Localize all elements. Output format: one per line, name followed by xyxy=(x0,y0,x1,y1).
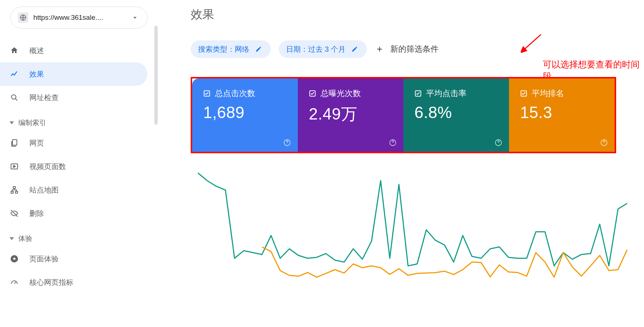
section-label: 体验 xyxy=(18,234,32,243)
video-icon xyxy=(10,162,19,171)
chip-label: 日期：过去 3 个月 xyxy=(286,44,345,54)
nav-pages[interactable]: 网页 xyxy=(0,131,147,155)
nav-label: 站点地图 xyxy=(29,185,59,195)
section-label: 编制索引 xyxy=(18,118,46,128)
home-icon xyxy=(10,46,19,55)
metric-impressions[interactable]: 总曝光次数 2.49万 xyxy=(298,78,403,152)
metric-value: 1,689 xyxy=(203,103,287,122)
help-icon[interactable] xyxy=(389,139,397,147)
page-icon xyxy=(10,138,19,148)
metric-clicks[interactable]: 总点击次数 1,689 xyxy=(192,78,298,152)
site-url: https://www.361sale.... xyxy=(33,14,125,22)
add-filter-label: 新的筛选条件 xyxy=(390,44,439,55)
nav-performance[interactable]: 效果 xyxy=(0,62,147,86)
chevron-down-icon xyxy=(10,237,14,240)
nav-label: 网址检查 xyxy=(29,93,59,103)
main-content: 效果 搜索类型：网络 日期：过去 3 个月 新的筛选条件 xyxy=(158,0,644,327)
checkbox-icon xyxy=(203,90,211,97)
metric-value: 2.49万 xyxy=(309,103,392,125)
page-title: 效果 xyxy=(191,7,644,23)
nav-label: 效果 xyxy=(29,69,44,79)
svg-rect-4 xyxy=(13,187,15,188)
nav-sitemaps[interactable]: 站点地图 xyxy=(0,178,147,202)
nav-url-inspect[interactable]: 网址检查 xyxy=(0,86,147,109)
chip-label: 搜索类型：网络 xyxy=(198,44,249,54)
sitemap-icon xyxy=(10,185,19,195)
nav-label: 概述 xyxy=(29,46,44,56)
chevron-down-icon xyxy=(130,13,140,22)
metrics-highlight-box: 总点击次数 1,689 总曝光次数 2.49万 平均点击率 6.8% 平均排名 … xyxy=(191,77,616,153)
help-icon[interactable] xyxy=(600,139,608,147)
pencil-icon xyxy=(254,44,263,54)
site-selector[interactable]: https://www.361sale.... xyxy=(10,7,147,29)
globe-icon xyxy=(18,12,28,23)
metric-value: 6.8% xyxy=(414,103,498,122)
nav-label: 视频页面数 xyxy=(29,162,66,172)
metrics-row: 总点击次数 1,689 总曝光次数 2.49万 平均点击率 6.8% 平均排名 … xyxy=(192,78,615,152)
star-circle-icon xyxy=(10,254,19,264)
pencil-icon xyxy=(350,44,359,54)
help-icon[interactable] xyxy=(283,139,291,147)
scrollbar[interactable] xyxy=(154,26,158,125)
nav: 概述 效果 网址检查 编制索引 xyxy=(0,39,158,294)
chevron-down-icon xyxy=(10,121,14,124)
metric-ctr[interactable]: 平均点击率 6.8% xyxy=(403,78,509,152)
checkbox-icon xyxy=(520,90,527,97)
metric-label: 总点击次数 xyxy=(215,88,255,99)
nav-video[interactable]: 视频页面数 xyxy=(0,155,147,178)
nav-label: 网页 xyxy=(29,138,44,148)
plus-icon xyxy=(375,44,384,54)
nav-overview[interactable]: 概述 xyxy=(0,39,147,62)
help-icon[interactable] xyxy=(494,139,502,147)
filter-bar: 搜索类型：网络 日期：过去 3 个月 新的筛选条件 xyxy=(191,40,644,58)
nav-removals[interactable]: 删除 xyxy=(0,202,147,225)
metric-label: 总曝光次数 xyxy=(321,88,361,99)
checkbox-icon xyxy=(414,90,422,97)
chart-line-icon xyxy=(10,69,19,79)
nav-label: 删除 xyxy=(29,209,44,218)
svg-rect-2 xyxy=(12,140,17,145)
svg-rect-6 xyxy=(15,191,18,193)
performance-chart[interactable] xyxy=(191,169,634,290)
nav-label: 页面体验 xyxy=(29,254,59,264)
nav-section-index[interactable]: 编制索引 xyxy=(0,109,147,131)
filter-search-type[interactable]: 搜索类型：网络 xyxy=(191,40,271,58)
nav-page-experience[interactable]: 页面体验 xyxy=(0,247,147,271)
metric-label: 平均排名 xyxy=(532,88,564,99)
metric-position[interactable]: 平均排名 15.3 xyxy=(509,78,615,152)
hide-icon xyxy=(10,209,19,218)
svg-point-1 xyxy=(12,95,16,99)
nav-core-vitals[interactable]: 核心网页指标 xyxy=(0,271,147,294)
checkbox-icon xyxy=(309,90,316,97)
add-filter-button[interactable]: 新的筛选条件 xyxy=(375,44,439,55)
sidebar: https://www.361sale.... 概述 效果 xyxy=(0,0,158,327)
metric-label: 平均点击率 xyxy=(426,88,466,99)
svg-rect-5 xyxy=(11,191,13,193)
nav-label: 核心网页指标 xyxy=(29,278,73,287)
gauge-icon xyxy=(10,278,19,287)
nav-section-experience[interactable]: 体验 xyxy=(0,225,147,247)
filter-date[interactable]: 日期：过去 3 个月 xyxy=(279,40,367,58)
metric-value: 15.3 xyxy=(520,103,604,122)
search-icon xyxy=(10,93,19,102)
